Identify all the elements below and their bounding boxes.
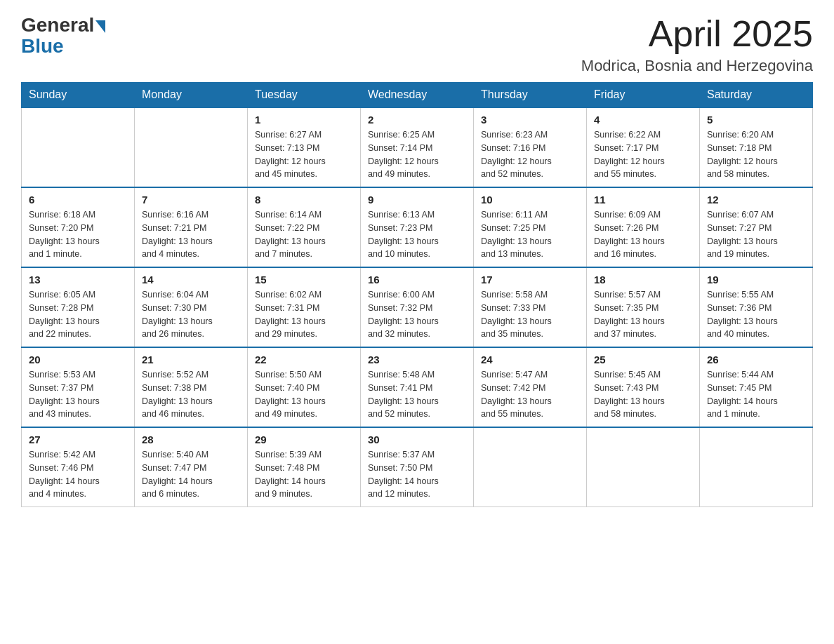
day-cell: 12Sunrise: 6:07 AMSunset: 7:27 PMDayligh… [700, 187, 813, 267]
page-header: General Blue April 2025 Modrica, Bosnia … [21, 14, 813, 75]
day-number: 23 [368, 354, 466, 365]
calendar-title: April 2025 [581, 14, 813, 54]
logo-blue: Blue [21, 35, 64, 58]
day-number: 19 [707, 274, 805, 286]
day-number: 16 [368, 274, 466, 286]
day-number: 26 [707, 354, 805, 365]
day-info: Sunrise: 6:20 AMSunset: 7:18 PMDaylight:… [707, 128, 805, 181]
day-cell [587, 427, 700, 507]
day-cell [22, 107, 135, 187]
header-cell-wednesday: Wednesday [361, 83, 474, 108]
logo-general: General [21, 14, 94, 36]
day-info: Sunrise: 6:13 AMSunset: 7:23 PMDaylight:… [368, 208, 466, 261]
day-info: Sunrise: 5:37 AMSunset: 7:50 PMDaylight:… [368, 448, 466, 501]
day-number: 9 [368, 194, 466, 206]
day-cell: 17Sunrise: 5:58 AMSunset: 7:33 PMDayligh… [474, 267, 587, 347]
day-info: Sunrise: 6:23 AMSunset: 7:16 PMDaylight:… [481, 128, 579, 181]
day-cell: 4Sunrise: 6:22 AMSunset: 7:17 PMDaylight… [587, 107, 700, 187]
day-cell: 19Sunrise: 5:55 AMSunset: 7:36 PMDayligh… [700, 267, 813, 347]
week-row-5: 27Sunrise: 5:42 AMSunset: 7:46 PMDayligh… [22, 427, 813, 507]
day-info: Sunrise: 6:00 AMSunset: 7:32 PMDaylight:… [368, 288, 466, 341]
day-info: Sunrise: 5:40 AMSunset: 7:47 PMDaylight:… [142, 448, 240, 501]
day-cell: 1Sunrise: 6:27 AMSunset: 7:13 PMDaylight… [248, 107, 361, 187]
day-info: Sunrise: 5:45 AMSunset: 7:43 PMDaylight:… [594, 368, 692, 421]
day-info: Sunrise: 5:53 AMSunset: 7:37 PMDaylight:… [29, 368, 127, 421]
week-row-4: 20Sunrise: 5:53 AMSunset: 7:37 PMDayligh… [22, 347, 813, 427]
day-info: Sunrise: 5:57 AMSunset: 7:35 PMDaylight:… [594, 288, 692, 341]
header-cell-thursday: Thursday [474, 83, 587, 108]
day-number: 13 [29, 274, 127, 286]
day-number: 15 [255, 274, 353, 286]
day-info: Sunrise: 6:02 AMSunset: 7:31 PMDaylight:… [255, 288, 353, 341]
day-info: Sunrise: 5:47 AMSunset: 7:42 PMDaylight:… [481, 368, 579, 421]
day-cell: 29Sunrise: 5:39 AMSunset: 7:48 PMDayligh… [248, 427, 361, 507]
day-cell: 2Sunrise: 6:25 AMSunset: 7:14 PMDaylight… [361, 107, 474, 187]
day-number: 28 [142, 434, 240, 445]
day-cell [135, 107, 248, 187]
header-cell-monday: Monday [135, 83, 248, 108]
day-cell [474, 427, 587, 507]
day-number: 27 [29, 434, 127, 445]
day-cell: 30Sunrise: 5:37 AMSunset: 7:50 PMDayligh… [361, 427, 474, 507]
day-info: Sunrise: 5:42 AMSunset: 7:46 PMDaylight:… [29, 448, 127, 501]
day-info: Sunrise: 6:18 AMSunset: 7:20 PMDaylight:… [29, 208, 127, 261]
week-row-3: 13Sunrise: 6:05 AMSunset: 7:28 PMDayligh… [22, 267, 813, 347]
day-info: Sunrise: 6:07 AMSunset: 7:27 PMDaylight:… [707, 208, 805, 261]
day-number: 11 [594, 194, 692, 206]
header-cell-saturday: Saturday [700, 83, 813, 108]
day-cell: 7Sunrise: 6:16 AMSunset: 7:21 PMDaylight… [135, 187, 248, 267]
day-info: Sunrise: 6:25 AMSunset: 7:14 PMDaylight:… [368, 128, 466, 181]
day-info: Sunrise: 6:04 AMSunset: 7:30 PMDaylight:… [142, 288, 240, 341]
day-number: 17 [481, 274, 579, 286]
day-cell: 5Sunrise: 6:20 AMSunset: 7:18 PMDaylight… [700, 107, 813, 187]
day-cell: 21Sunrise: 5:52 AMSunset: 7:38 PMDayligh… [135, 347, 248, 427]
logo-arrow-icon [95, 20, 105, 33]
day-cell: 20Sunrise: 5:53 AMSunset: 7:37 PMDayligh… [22, 347, 135, 427]
day-number: 18 [594, 274, 692, 286]
header-row: SundayMondayTuesdayWednesdayThursdayFrid… [22, 83, 813, 108]
day-info: Sunrise: 6:27 AMSunset: 7:13 PMDaylight:… [255, 128, 353, 181]
day-number: 30 [368, 434, 466, 445]
week-row-1: 1Sunrise: 6:27 AMSunset: 7:13 PMDaylight… [22, 107, 813, 187]
day-cell: 25Sunrise: 5:45 AMSunset: 7:43 PMDayligh… [587, 347, 700, 427]
day-cell: 28Sunrise: 5:40 AMSunset: 7:47 PMDayligh… [135, 427, 248, 507]
day-cell: 27Sunrise: 5:42 AMSunset: 7:46 PMDayligh… [22, 427, 135, 507]
day-number: 14 [142, 274, 240, 286]
calendar-table: SundayMondayTuesdayWednesdayThursdayFrid… [21, 82, 813, 507]
week-row-2: 6Sunrise: 6:18 AMSunset: 7:20 PMDaylight… [22, 187, 813, 267]
day-cell: 6Sunrise: 6:18 AMSunset: 7:20 PMDaylight… [22, 187, 135, 267]
day-info: Sunrise: 6:11 AMSunset: 7:25 PMDaylight:… [481, 208, 579, 261]
day-cell: 13Sunrise: 6:05 AMSunset: 7:28 PMDayligh… [22, 267, 135, 347]
day-number: 2 [368, 114, 466, 126]
day-info: Sunrise: 6:14 AMSunset: 7:22 PMDaylight:… [255, 208, 353, 261]
day-cell: 16Sunrise: 6:00 AMSunset: 7:32 PMDayligh… [361, 267, 474, 347]
day-cell: 26Sunrise: 5:44 AMSunset: 7:45 PMDayligh… [700, 347, 813, 427]
day-info: Sunrise: 5:50 AMSunset: 7:40 PMDaylight:… [255, 368, 353, 421]
day-number: 1 [255, 114, 353, 126]
day-number: 7 [142, 194, 240, 206]
day-info: Sunrise: 5:44 AMSunset: 7:45 PMDaylight:… [707, 368, 805, 421]
day-info: Sunrise: 6:09 AMSunset: 7:26 PMDaylight:… [594, 208, 692, 261]
header-cell-tuesday: Tuesday [248, 83, 361, 108]
day-info: Sunrise: 5:48 AMSunset: 7:41 PMDaylight:… [368, 368, 466, 421]
day-cell: 22Sunrise: 5:50 AMSunset: 7:40 PMDayligh… [248, 347, 361, 427]
logo: General Blue [21, 14, 105, 58]
day-number: 5 [707, 114, 805, 126]
day-number: 8 [255, 194, 353, 206]
day-cell: 8Sunrise: 6:14 AMSunset: 7:22 PMDaylight… [248, 187, 361, 267]
day-number: 12 [707, 194, 805, 206]
day-number: 6 [29, 194, 127, 206]
day-number: 22 [255, 354, 353, 365]
day-cell: 23Sunrise: 5:48 AMSunset: 7:41 PMDayligh… [361, 347, 474, 427]
title-section: April 2025 Modrica, Bosnia and Herzegovi… [581, 14, 813, 75]
day-cell: 24Sunrise: 5:47 AMSunset: 7:42 PMDayligh… [474, 347, 587, 427]
header-cell-sunday: Sunday [22, 83, 135, 108]
day-info: Sunrise: 5:52 AMSunset: 7:38 PMDaylight:… [142, 368, 240, 421]
day-cell: 10Sunrise: 6:11 AMSunset: 7:25 PMDayligh… [474, 187, 587, 267]
day-cell: 11Sunrise: 6:09 AMSunset: 7:26 PMDayligh… [587, 187, 700, 267]
day-info: Sunrise: 6:16 AMSunset: 7:21 PMDaylight:… [142, 208, 240, 261]
day-info: Sunrise: 5:55 AMSunset: 7:36 PMDaylight:… [707, 288, 805, 341]
day-cell: 14Sunrise: 6:04 AMSunset: 7:30 PMDayligh… [135, 267, 248, 347]
day-number: 25 [594, 354, 692, 365]
day-cell: 18Sunrise: 5:57 AMSunset: 7:35 PMDayligh… [587, 267, 700, 347]
